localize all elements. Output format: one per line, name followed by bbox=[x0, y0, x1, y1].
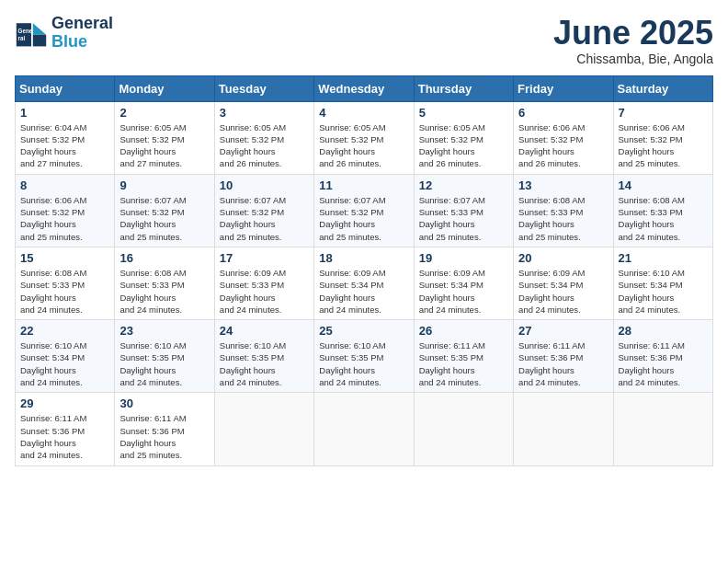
calendar-cell: 30 Sunrise: 6:11 AM Sunset: 5:36 PM Dayl… bbox=[115, 393, 214, 465]
day-number: 28 bbox=[619, 324, 708, 338]
calendar-cell: 20 Sunrise: 6:09 AM Sunset: 5:34 PM Dayl… bbox=[514, 247, 613, 319]
calendar-cell: 3 Sunrise: 6:05 AM Sunset: 5:32 PM Dayli… bbox=[214, 101, 313, 174]
day-info: Sunrise: 6:05 AM Sunset: 5:32 PM Dayligh… bbox=[419, 121, 508, 170]
calendar-cell bbox=[514, 393, 613, 465]
calendar-cell: 7 Sunrise: 6:06 AM Sunset: 5:32 PM Dayli… bbox=[613, 101, 712, 174]
calendar-week-4: 22 Sunrise: 6:10 AM Sunset: 5:34 PM Dayl… bbox=[16, 320, 713, 393]
weekday-header-tuesday: Tuesday bbox=[214, 75, 313, 101]
day-info: Sunrise: 6:06 AM Sunset: 5:32 PM Dayligh… bbox=[20, 194, 109, 243]
day-info: Sunrise: 6:04 AM Sunset: 5:32 PM Dayligh… bbox=[20, 121, 109, 170]
calendar-cell: 19 Sunrise: 6:09 AM Sunset: 5:34 PM Dayl… bbox=[414, 247, 513, 319]
day-number: 4 bbox=[319, 106, 408, 120]
day-number: 14 bbox=[619, 178, 708, 192]
svg-text:ral: ral bbox=[18, 35, 26, 41]
day-info: Sunrise: 6:07 AM Sunset: 5:32 PM Dayligh… bbox=[220, 194, 309, 243]
day-number: 25 bbox=[319, 324, 408, 338]
day-info: Sunrise: 6:06 AM Sunset: 5:32 PM Dayligh… bbox=[619, 121, 708, 170]
calendar-cell: 2 Sunrise: 6:05 AM Sunset: 5:32 PM Dayli… bbox=[115, 101, 214, 174]
weekday-header-wednesday: Wednesday bbox=[314, 75, 414, 101]
day-number: 8 bbox=[20, 178, 109, 192]
calendar-cell: 17 Sunrise: 6:09 AM Sunset: 5:33 PM Dayl… bbox=[214, 247, 313, 319]
day-number: 17 bbox=[220, 251, 309, 265]
day-number: 6 bbox=[518, 106, 608, 120]
location-subtitle: Chissamba, Bie, Angola bbox=[553, 52, 713, 66]
weekday-header-saturday: Saturday bbox=[613, 75, 712, 101]
day-info: Sunrise: 6:05 AM Sunset: 5:32 PM Dayligh… bbox=[220, 121, 309, 170]
day-info: Sunrise: 6:09 AM Sunset: 5:34 PM Dayligh… bbox=[419, 267, 508, 316]
calendar-cell: 22 Sunrise: 6:10 AM Sunset: 5:34 PM Dayl… bbox=[16, 320, 115, 393]
weekday-header-monday: Monday bbox=[115, 75, 214, 101]
calendar-cell bbox=[214, 393, 313, 465]
page-header: Gene ral GeneralBlue June 2025 Chissamba… bbox=[15, 15, 713, 66]
day-info: Sunrise: 6:11 AM Sunset: 5:36 PM Dayligh… bbox=[518, 339, 608, 388]
weekday-header-sunday: Sunday bbox=[16, 75, 115, 101]
day-number: 16 bbox=[119, 251, 209, 265]
day-number: 7 bbox=[619, 106, 708, 120]
day-number: 10 bbox=[220, 178, 309, 192]
day-info: Sunrise: 6:05 AM Sunset: 5:32 PM Dayligh… bbox=[319, 121, 408, 170]
day-info: Sunrise: 6:08 AM Sunset: 5:33 PM Dayligh… bbox=[619, 194, 708, 243]
calendar-cell: 18 Sunrise: 6:09 AM Sunset: 5:34 PM Dayl… bbox=[314, 247, 414, 319]
day-info: Sunrise: 6:05 AM Sunset: 5:32 PM Dayligh… bbox=[119, 121, 209, 170]
day-info: Sunrise: 6:08 AM Sunset: 5:33 PM Dayligh… bbox=[20, 267, 109, 316]
calendar-cell: 5 Sunrise: 6:05 AM Sunset: 5:32 PM Dayli… bbox=[414, 101, 513, 174]
day-info: Sunrise: 6:07 AM Sunset: 5:33 PM Dayligh… bbox=[419, 194, 508, 243]
day-number: 18 bbox=[319, 251, 408, 265]
day-number: 2 bbox=[119, 106, 209, 120]
calendar-week-1: 1 Sunrise: 6:04 AM Sunset: 5:32 PM Dayli… bbox=[16, 101, 713, 174]
month-title: June 2025 bbox=[553, 15, 713, 52]
day-number: 1 bbox=[20, 106, 109, 120]
day-number: 21 bbox=[619, 251, 708, 265]
calendar-cell: 24 Sunrise: 6:10 AM Sunset: 5:35 PM Dayl… bbox=[214, 320, 313, 393]
calendar-cell: 21 Sunrise: 6:10 AM Sunset: 5:34 PM Dayl… bbox=[613, 247, 712, 319]
calendar-cell: 29 Sunrise: 6:11 AM Sunset: 5:36 PM Dayl… bbox=[16, 393, 115, 465]
day-number: 19 bbox=[419, 251, 508, 265]
day-info: Sunrise: 6:10 AM Sunset: 5:35 PM Dayligh… bbox=[119, 339, 209, 388]
day-info: Sunrise: 6:10 AM Sunset: 5:35 PM Dayligh… bbox=[220, 339, 309, 388]
day-info: Sunrise: 6:07 AM Sunset: 5:32 PM Dayligh… bbox=[119, 194, 209, 243]
day-number: 30 bbox=[119, 396, 209, 410]
day-info: Sunrise: 6:09 AM Sunset: 5:33 PM Dayligh… bbox=[220, 267, 309, 316]
day-number: 23 bbox=[119, 324, 209, 338]
day-number: 26 bbox=[419, 324, 508, 338]
calendar-cell: 26 Sunrise: 6:11 AM Sunset: 5:35 PM Dayl… bbox=[414, 320, 513, 393]
svg-text:Gene: Gene bbox=[18, 28, 33, 34]
calendar-week-3: 15 Sunrise: 6:08 AM Sunset: 5:33 PM Dayl… bbox=[16, 247, 713, 319]
calendar-cell: 12 Sunrise: 6:07 AM Sunset: 5:33 PM Dayl… bbox=[414, 174, 513, 247]
day-number: 3 bbox=[220, 106, 309, 120]
day-number: 11 bbox=[319, 178, 408, 192]
calendar-cell bbox=[314, 393, 414, 465]
day-info: Sunrise: 6:09 AM Sunset: 5:34 PM Dayligh… bbox=[319, 267, 408, 316]
day-number: 22 bbox=[20, 324, 109, 338]
calendar-cell: 8 Sunrise: 6:06 AM Sunset: 5:32 PM Dayli… bbox=[16, 174, 115, 247]
calendar-cell: 23 Sunrise: 6:10 AM Sunset: 5:35 PM Dayl… bbox=[115, 320, 214, 393]
calendar-cell: 1 Sunrise: 6:04 AM Sunset: 5:32 PM Dayli… bbox=[16, 101, 115, 174]
calendar-week-5: 29 Sunrise: 6:11 AM Sunset: 5:36 PM Dayl… bbox=[16, 393, 713, 465]
day-number: 24 bbox=[220, 324, 309, 338]
calendar-cell: 25 Sunrise: 6:10 AM Sunset: 5:35 PM Dayl… bbox=[314, 320, 414, 393]
day-info: Sunrise: 6:11 AM Sunset: 5:36 PM Dayligh… bbox=[619, 339, 708, 388]
day-number: 15 bbox=[20, 251, 109, 265]
day-info: Sunrise: 6:11 AM Sunset: 5:35 PM Dayligh… bbox=[419, 339, 508, 388]
day-info: Sunrise: 6:09 AM Sunset: 5:34 PM Dayligh… bbox=[518, 267, 608, 316]
day-number: 20 bbox=[518, 251, 608, 265]
calendar-cell: 13 Sunrise: 6:08 AM Sunset: 5:33 PM Dayl… bbox=[514, 174, 613, 247]
calendar-cell: 28 Sunrise: 6:11 AM Sunset: 5:36 PM Dayl… bbox=[613, 320, 712, 393]
calendar-cell: 15 Sunrise: 6:08 AM Sunset: 5:33 PM Dayl… bbox=[16, 247, 115, 319]
day-info: Sunrise: 6:11 AM Sunset: 5:36 PM Dayligh… bbox=[20, 412, 109, 461]
calendar-cell: 11 Sunrise: 6:07 AM Sunset: 5:32 PM Dayl… bbox=[314, 174, 414, 247]
day-number: 12 bbox=[419, 178, 508, 192]
calendar-cell: 9 Sunrise: 6:07 AM Sunset: 5:32 PM Dayli… bbox=[115, 174, 214, 247]
day-number: 29 bbox=[20, 396, 109, 410]
day-info: Sunrise: 6:07 AM Sunset: 5:32 PM Dayligh… bbox=[319, 194, 408, 243]
logo: Gene ral GeneralBlue bbox=[15, 15, 113, 52]
day-info: Sunrise: 6:10 AM Sunset: 5:34 PM Dayligh… bbox=[619, 267, 708, 316]
calendar-cell bbox=[414, 393, 513, 465]
calendar-cell: 14 Sunrise: 6:08 AM Sunset: 5:33 PM Dayl… bbox=[613, 174, 712, 247]
day-info: Sunrise: 6:11 AM Sunset: 5:36 PM Dayligh… bbox=[119, 412, 209, 461]
title-block: June 2025 Chissamba, Bie, Angola bbox=[553, 15, 713, 66]
calendar-week-2: 8 Sunrise: 6:06 AM Sunset: 5:32 PM Dayli… bbox=[16, 174, 713, 247]
day-number: 13 bbox=[518, 178, 608, 192]
day-info: Sunrise: 6:06 AM Sunset: 5:32 PM Dayligh… bbox=[518, 121, 608, 170]
calendar-cell bbox=[613, 393, 712, 465]
